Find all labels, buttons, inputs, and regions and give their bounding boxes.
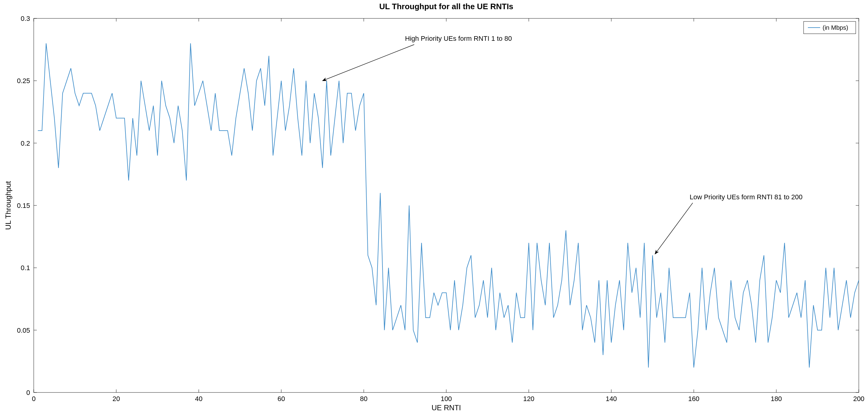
x-tick-label: 0: [32, 395, 36, 403]
data-series-line: [38, 43, 859, 367]
x-axis-label: UE RNTI: [432, 404, 461, 412]
x-tick-label: 180: [771, 395, 782, 403]
x-tick-label: 160: [688, 395, 700, 403]
y-tick-label: 0.25: [17, 77, 30, 85]
annotation-arrow: [323, 44, 414, 81]
x-tick-label: 60: [278, 395, 285, 403]
y-tick-label: 0.05: [17, 326, 30, 334]
annotation-low-priority: Low Priority UEs form RNTI 81 to 200: [690, 193, 803, 201]
x-tick-label: 80: [360, 395, 367, 403]
x-tick-label: 40: [195, 395, 203, 403]
chart-svg: 02040608010012014016018020000.050.10.150…: [0, 0, 868, 417]
y-tick-label: 0.15: [17, 202, 30, 210]
annotation-arrow: [655, 203, 693, 254]
x-tick-label: 20: [113, 395, 120, 403]
y-tick-label: 0.3: [21, 15, 30, 22]
y-tick-label: 0.1: [21, 264, 30, 272]
y-axis-label: UL Throughput: [4, 181, 12, 230]
plot-area: [34, 19, 859, 392]
chart-title: UL Throughput for all the UE RNTIs: [379, 2, 513, 11]
annotation-high-priority: High Priority UEs form RNTI 1 to 80: [405, 35, 512, 42]
x-tick-label: 120: [523, 395, 535, 403]
y-tick-label: 0: [26, 389, 30, 396]
x-tick-label: 200: [853, 395, 865, 403]
x-tick-label: 100: [441, 395, 452, 403]
chart-container: 02040608010012014016018020000.050.10.150…: [0, 0, 868, 417]
x-tick-label: 140: [606, 395, 617, 403]
legend-label: (in Mbps): [823, 24, 848, 31]
y-tick-label: 0.2: [21, 139, 30, 147]
